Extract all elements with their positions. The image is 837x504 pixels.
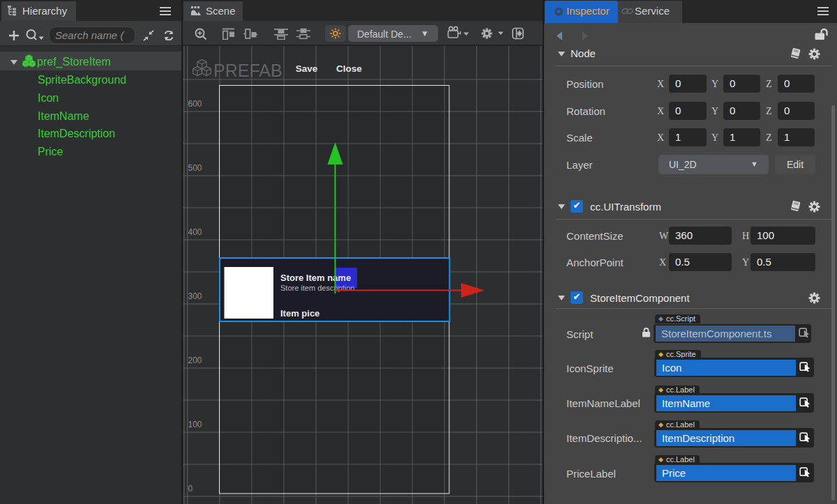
svg-text:600: 600 — [188, 99, 202, 109]
svg-text:100: 100 — [188, 420, 202, 429]
svg-text:400: 400 — [188, 227, 202, 237]
svg-text:Item pice: Item pice — [280, 308, 319, 319]
svg-text:Store Item name: Store Item name — [280, 273, 351, 283]
svg-text:Close: Close — [336, 63, 362, 74]
svg-text:200: 200 — [188, 356, 202, 365]
svg-text:500: 500 — [188, 163, 202, 173]
svg-text:0: 0 — [188, 484, 193, 494]
svg-text:300: 300 — [188, 291, 202, 301]
svg-text:Save: Save — [296, 63, 318, 74]
svg-text:PREFAB: PREFAB — [213, 61, 282, 80]
